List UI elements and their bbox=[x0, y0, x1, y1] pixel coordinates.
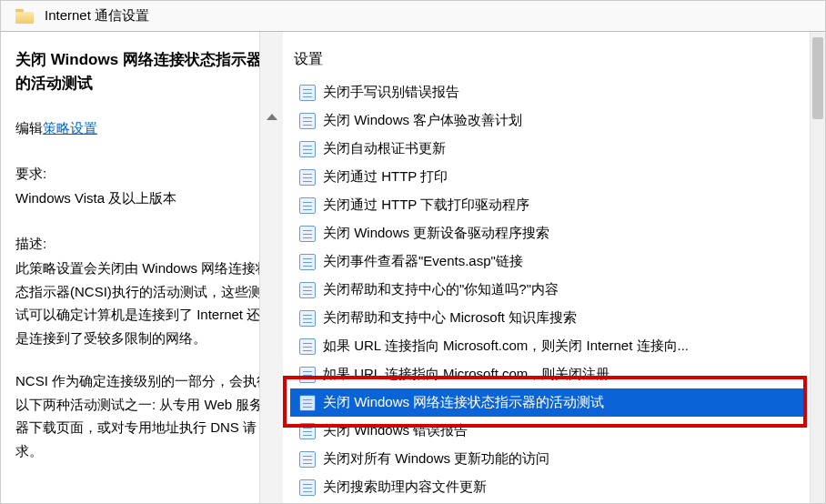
setting-item-label: 如果 URL 连接指向 Microsoft.com，则关闭 Internet 连… bbox=[323, 338, 689, 355]
setting-item-label: 关闭 Windows 更新设备驱动程序搜索 bbox=[323, 225, 549, 242]
titlebar: Internet 通信设置 bbox=[1, 1, 825, 32]
description-text-2: NCSI 作为确定连接级别的一部分，会执行以下两种活动测试之一: 从专用 Web… bbox=[15, 369, 270, 462]
requirement-label: 要求: bbox=[15, 162, 270, 186]
policy-icon bbox=[299, 169, 316, 186]
window-title: Internet 通信设置 bbox=[45, 7, 149, 25]
policy-icon bbox=[299, 367, 316, 383]
policy-icon bbox=[299, 85, 316, 101]
setting-item[interactable]: 关闭通过 HTTP 打印 bbox=[290, 163, 805, 191]
policy-icon bbox=[299, 282, 316, 298]
setting-item-label: 关闭搜索助理内容文件更新 bbox=[323, 479, 487, 496]
setting-item[interactable]: 关闭帮助和支持中心 Microsoft 知识库搜索 bbox=[290, 304, 805, 332]
policy-icon bbox=[299, 395, 316, 411]
setting-item[interactable]: 如果 URL 连接指向 Microsoft.com，则关闭注册 bbox=[290, 360, 805, 388]
setting-item-label: 关闭 Windows 网络连接状态指示器的活动测试 bbox=[323, 394, 604, 411]
details-pane: 关闭 Windows 网络连接状态指示器的活动测试 编辑策略设置 要求: Win… bbox=[1, 32, 283, 504]
edit-label: 编辑 bbox=[15, 120, 43, 136]
setting-item-label: 如果 URL 连接指向 Microsoft.com，则关闭注册 bbox=[323, 366, 609, 383]
setting-item[interactable]: 如果 URL 连接指向 Microsoft.com，则关闭 Internet 连… bbox=[290, 332, 805, 360]
setting-item[interactable]: 关闭 Windows 更新设备驱动程序搜索 bbox=[290, 219, 805, 247]
pane-splitter[interactable] bbox=[259, 32, 283, 504]
policy-icon bbox=[299, 113, 316, 129]
policy-icon bbox=[299, 254, 316, 270]
setting-item[interactable]: 关闭自动根证书更新 bbox=[290, 135, 805, 163]
setting-item-label: 关闭 Windows 错误报告 bbox=[323, 422, 468, 439]
setting-item[interactable]: 关闭对所有 Windows 更新功能的访问 bbox=[290, 445, 805, 473]
settings-heading: 设置 bbox=[294, 50, 805, 69]
policy-icon bbox=[299, 310, 316, 327]
description-label: 描述: bbox=[15, 232, 270, 256]
settings-list: 设置 关闭手写识别错误报告关闭 Windows 客户体验改善计划关闭自动根证书更… bbox=[283, 32, 825, 501]
setting-item-label: 关闭自动根证书更新 bbox=[323, 140, 446, 157]
setting-item-label: 关闭手写识别错误报告 bbox=[323, 84, 459, 101]
settings-list-pane: 设置 关闭手写识别错误报告关闭 Windows 客户体验改善计划关闭自动根证书更… bbox=[283, 32, 825, 504]
description-text: 此策略设置会关闭由 Windows 网络连接状态指示器(NCSI)执行的活动测试… bbox=[15, 257, 270, 349]
setting-item-label: 关闭通过 HTTP 下载打印驱动程序 bbox=[323, 197, 529, 214]
setting-item[interactable]: 关闭手写识别错误报告 bbox=[290, 78, 805, 106]
chevron-up-icon bbox=[267, 114, 277, 120]
edit-policy-row: 编辑策略设置 bbox=[15, 116, 270, 140]
setting-item-label: 关闭帮助和支持中心 Microsoft 知识库搜索 bbox=[323, 309, 577, 327]
policy-icon bbox=[299, 423, 316, 439]
policy-icon bbox=[299, 338, 316, 355]
setting-item[interactable]: 关闭事件查看器"Events.asp"链接 bbox=[290, 247, 805, 276]
scrollbar-thumb[interactable] bbox=[812, 37, 823, 119]
setting-item-label: 关闭对所有 Windows 更新功能的访问 bbox=[323, 450, 549, 468]
folder-icon bbox=[15, 9, 34, 24]
setting-item[interactable]: 关闭 Windows 客户体验改善计划 bbox=[290, 106, 805, 135]
policy-icon bbox=[299, 451, 316, 468]
policy-icon bbox=[299, 141, 316, 157]
setting-item[interactable]: 关闭 Windows 网络连接状态指示器的活动测试 bbox=[290, 388, 805, 417]
policy-title: 关闭 Windows 网络连接状态指示器的活动测试 bbox=[15, 48, 270, 95]
setting-item-label: 关闭 Windows 客户体验改善计划 bbox=[323, 112, 522, 129]
setting-item[interactable]: 关闭搜索助理内容文件更新 bbox=[290, 473, 805, 501]
setting-item-label: 关闭通过 HTTP 打印 bbox=[323, 168, 448, 186]
policy-icon bbox=[299, 197, 316, 214]
policy-icon bbox=[299, 226, 316, 242]
setting-item[interactable]: 关闭帮助和支持中心的"你知道吗?"内容 bbox=[290, 276, 805, 304]
requirement-value: Windows Vista 及以上版本 bbox=[15, 186, 270, 210]
content-area: 关闭 Windows 网络连接状态指示器的活动测试 编辑策略设置 要求: Win… bbox=[1, 32, 825, 504]
setting-item-label: 关闭帮助和支持中心的"你知道吗?"内容 bbox=[323, 281, 559, 298]
edit-policy-link[interactable]: 策略设置 bbox=[43, 120, 97, 136]
setting-item-label: 关闭事件查看器"Events.asp"链接 bbox=[323, 253, 523, 270]
policy-icon bbox=[299, 479, 316, 496]
setting-item[interactable]: 关闭 Windows 错误报告 bbox=[290, 417, 805, 445]
setting-item[interactable]: 关闭通过 HTTP 下载打印驱动程序 bbox=[290, 191, 805, 219]
vertical-scrollbar[interactable] bbox=[810, 32, 825, 504]
